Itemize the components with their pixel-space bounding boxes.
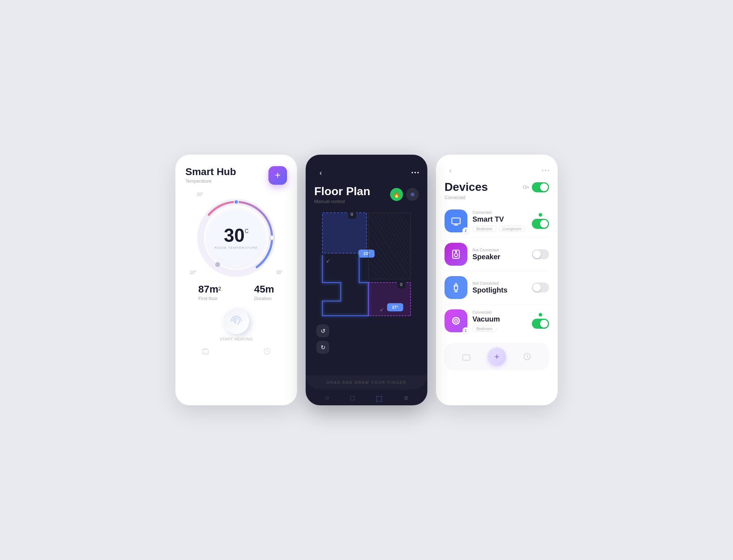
fire-button[interactable]: 🔥	[390, 188, 403, 201]
redo-button[interactable]: ↻	[316, 341, 329, 354]
speaker-toggle[interactable]	[532, 249, 549, 259]
tag-bedroom: Bedroom	[472, 226, 496, 232]
fp-nav: ○ □ ⬚ ≡	[306, 390, 427, 405]
area-value: 87m	[198, 284, 218, 295]
fp-nav-circle[interactable]: ○	[325, 394, 329, 402]
svg-point-4	[215, 262, 220, 267]
dev-back-button[interactable]: ‹	[445, 165, 456, 176]
undo-button[interactable]: ↺	[316, 324, 329, 337]
devices-title: Devices	[445, 180, 488, 194]
svg-line-21	[376, 213, 411, 268]
svg-line-32	[368, 238, 398, 279]
hub-subtitle: Temperature	[185, 178, 236, 184]
fp-nav-square[interactable]: □	[350, 394, 355, 402]
vacuum-name: Vacuum	[472, 315, 527, 323]
tag-livingroom: Livingroom	[499, 226, 526, 232]
dev-menu-dots[interactable]	[542, 170, 549, 171]
nav-clock-icon[interactable]	[263, 347, 271, 356]
vacuum-toggle[interactable]	[532, 319, 549, 329]
vacuum-icon	[451, 316, 461, 326]
plus-icon: +	[275, 170, 281, 180]
dev-bottom-nav: +	[445, 343, 549, 370]
speaker-info: Not Connected Speaker	[472, 248, 527, 261]
fp-side-buttons: ↺ ↻	[316, 324, 329, 354]
nav-home-icon[interactable]	[201, 347, 210, 356]
hub-header: Smart Hub Temperature +	[185, 166, 287, 185]
ring-label-30: 30°	[276, 270, 283, 275]
ring-label-10: 10°	[190, 270, 196, 275]
svg-text:↙: ↙	[380, 306, 384, 312]
spotlights-info: Not Connected Spotlights	[472, 281, 527, 294]
svg-rect-54	[454, 286, 457, 290]
svg-line-27	[398, 213, 411, 235]
menu-dot	[417, 172, 419, 173]
start-heating-button[interactable]	[223, 308, 249, 334]
tv-toggle[interactable]	[532, 219, 549, 229]
tv-tags: Bedroom Livingroom	[472, 226, 527, 232]
svg-text:↙: ↙	[326, 258, 330, 264]
tv-icon	[451, 216, 461, 226]
duration-label: Duration	[254, 296, 274, 301]
room-temp-label: ROOM TEMPERATURE	[214, 246, 258, 250]
fp-canvas: 🗑 ↙ 23°	[311, 207, 422, 375]
tag-bedroom-vacuum: Bedroom	[472, 325, 496, 332]
svg-rect-60	[463, 355, 470, 360]
fp-nav-lines[interactable]: ≡	[404, 394, 408, 402]
stat-area-value: 87m2	[198, 284, 221, 295]
tv-toggle-area	[532, 213, 549, 229]
ring-label-20: 20°	[197, 192, 203, 197]
speaker-icon-bg	[445, 243, 467, 266]
device-card-spotlights: Not Connected Spotlights	[445, 271, 549, 304]
smarthub-screen: Smart Hub Temperature + 20°	[175, 155, 297, 405]
stat-duration: 45m Duration	[254, 284, 274, 301]
fp-header: ‹	[306, 155, 427, 185]
tv-icon-wrap: 2	[445, 209, 467, 232]
stat-area: 87m2 First floor	[198, 284, 221, 301]
speaker-toggle-area	[532, 249, 549, 259]
temp-value: 30	[224, 226, 245, 245]
svg-point-3	[270, 236, 274, 240]
svg-rect-10	[322, 213, 366, 253]
spotlights-status: Not Connected	[472, 281, 527, 285]
speaker-name: Speaker	[472, 253, 527, 261]
vacuum-status-dot	[539, 313, 542, 317]
svg-text:🗑: 🗑	[399, 282, 403, 286]
fp-menu-button[interactable]	[412, 172, 419, 173]
fp-title-row: Floor Plan Manual control 🔥 ❄	[306, 185, 427, 207]
tv-status-dot	[539, 213, 542, 217]
ring-inner: 30 c ROOM TEMPERATURE	[208, 209, 265, 266]
spotlights-name: Spotlights	[472, 286, 527, 294]
snow-button[interactable]: ❄	[406, 188, 419, 201]
dev-header: ‹	[445, 165, 549, 176]
add-device-button[interactable]: +	[487, 347, 506, 366]
fp-bottom-bar: DRAG AND DRAW YOUR FINGER	[306, 375, 427, 390]
svg-line-35	[368, 261, 387, 279]
floorplan-svg: 🗑 ↙ 23°	[311, 207, 422, 322]
heating-label: START HEATING	[220, 337, 253, 341]
svg-point-52	[454, 254, 457, 257]
svg-line-36	[368, 268, 383, 279]
svg-line-34	[368, 253, 390, 279]
svg-point-2	[234, 200, 238, 204]
dev-nav-home[interactable]	[461, 351, 472, 362]
svg-point-59	[455, 320, 457, 322]
svg-point-53	[455, 251, 457, 252]
dev-nav-clock[interactable]	[521, 351, 533, 362]
temperature-display: 30 c	[224, 226, 249, 245]
main-toggle[interactable]	[532, 182, 549, 192]
temp-unit: c	[244, 226, 248, 235]
fp-back-button[interactable]: ‹	[314, 166, 327, 179]
spotlights-toggle[interactable]	[532, 283, 549, 293]
speaker-status: Not Connected	[472, 248, 527, 252]
tv-info: Connected Smart TV Bedroom Livingroom	[472, 210, 527, 232]
fp-nav-dashed[interactable]: ⬚	[376, 394, 383, 402]
device-card-smart-tv: 2 Connected Smart TV Bedroom Livingroom	[445, 204, 549, 238]
spotlights-toggle-area	[532, 283, 549, 293]
hub-add-button[interactable]: +	[268, 166, 287, 185]
menu-dot	[542, 170, 543, 171]
vacuum-badge: 1	[462, 327, 469, 334]
vacuum-info: Connected Vacuum Bedroom	[472, 310, 527, 332]
speaker-icon	[451, 249, 461, 259]
add-icon: +	[494, 352, 499, 361]
device-card-speaker: Not Connected Speaker	[445, 238, 549, 271]
